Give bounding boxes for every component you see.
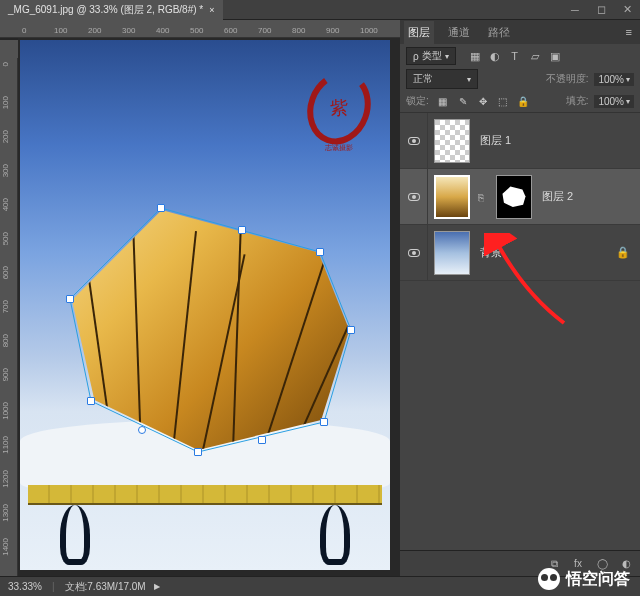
layer-mask-thumbnail[interactable]	[496, 175, 532, 219]
layer-name[interactable]: 图层 1	[476, 133, 640, 148]
ruler-tick: 500	[1, 232, 10, 245]
close-button[interactable]: ✕	[614, 0, 640, 20]
layer-thumbnail[interactable]	[434, 119, 470, 163]
layer-name[interactable]: 背景	[476, 245, 616, 260]
canvas-viewport[interactable]: 紫志诚摄影	[18, 38, 400, 576]
layers-panel: 图层 通道 路径 ≡ ρ类型▾ ▦ ◐ T ▱ ▣ 正常 ▾ 不透明度:	[400, 20, 640, 576]
status-arrow-icon[interactable]: ▶	[154, 582, 160, 591]
filter-kind-label: 类型	[422, 49, 442, 63]
mask-link-icon[interactable]: ⎘	[478, 192, 488, 202]
layer-row[interactable]: 图层 1	[400, 113, 640, 169]
main-area: 0 100 200 300 400 500 600 700 800 900 10…	[0, 20, 640, 576]
blend-mode-value: 正常	[413, 72, 433, 86]
eye-icon	[408, 137, 420, 145]
opacity-label: 不透明度:	[546, 72, 589, 86]
ruler-tick: 1000	[360, 26, 378, 35]
ruler-tick: 800	[292, 26, 305, 35]
watermark-stamp: 紫志诚摄影	[303, 68, 375, 154]
tab-paths[interactable]: 路径	[484, 21, 514, 44]
ruler-tick: 200	[1, 130, 10, 143]
ruler-tick: 600	[224, 26, 237, 35]
ruler-tick: 700	[1, 300, 10, 313]
ruler-tick: 900	[326, 26, 339, 35]
ruler-tick: 1100	[1, 436, 10, 454]
maximize-button[interactable]: ◻	[588, 0, 614, 20]
wukong-watermark: 悟空问答	[538, 568, 630, 590]
ruler-horizontal[interactable]: 0 100 200 300 400 500 600 700 800 900 10…	[0, 20, 400, 38]
zoom-level[interactable]: 33.33%	[8, 581, 42, 592]
blend-row: 正常 ▾ 不透明度: 100% ▾	[400, 68, 640, 90]
opacity-input[interactable]: 100% ▾	[594, 73, 634, 86]
ruler-tick: 1300	[1, 504, 10, 522]
canvas[interactable]: 紫志诚摄影	[20, 40, 390, 570]
ruler-tick: 1400	[1, 538, 10, 556]
ruler-tick: 100	[1, 96, 10, 109]
fill-value: 100%	[598, 96, 624, 107]
svg-text:紫: 紫	[330, 98, 348, 118]
eye-icon	[408, 193, 420, 201]
window-controls: ─ ◻ ✕	[562, 0, 640, 20]
ruler-tick: 0	[22, 26, 26, 35]
document-tab[interactable]: _MG_6091.jpg @ 33.3% (图层 2, RGB/8#) * ×	[0, 0, 223, 20]
layer-filter-row: ρ类型▾ ▦ ◐ T ▱ ▣	[400, 44, 640, 68]
document-size: 文档:7.63M/17.0M	[65, 580, 146, 594]
close-tab-icon[interactable]: ×	[209, 5, 214, 15]
ruler-tick: 900	[1, 368, 10, 381]
lock-row: 锁定: ▦ ✎ ✥ ⬚ 🔒 填充: 100% ▾	[400, 90, 640, 112]
tab-bar: _MG_6091.jpg @ 33.3% (图层 2, RGB/8#) * × …	[0, 0, 640, 20]
document-tab-title: _MG_6091.jpg @ 33.3% (图层 2, RGB/8#) *	[8, 3, 203, 17]
ruler-tick: 300	[1, 164, 10, 177]
minimize-button[interactable]: ─	[562, 0, 588, 20]
wukong-text: 悟空问答	[566, 569, 630, 590]
ruler-tick: 700	[258, 26, 271, 35]
ruler-tick: 300	[122, 26, 135, 35]
fill-label: 填充:	[566, 94, 589, 108]
ruler-tick: 400	[1, 198, 10, 211]
svg-text:志诚摄影: 志诚摄影	[325, 144, 353, 151]
ruler-tick: 400	[156, 26, 169, 35]
ruler-vertical[interactable]: 0 100 200 300 400 500 600 700 800 900 10…	[0, 58, 18, 576]
lock-icon: 🔒	[616, 246, 630, 259]
ruler-tick: 200	[88, 26, 101, 35]
filter-type-icon[interactable]: T	[506, 47, 524, 65]
layer-row[interactable]: 背景 🔒	[400, 225, 640, 281]
lock-transparent-icon[interactable]: ▦	[435, 93, 451, 109]
ruler-tick: 800	[1, 334, 10, 347]
ruler-tick: 1200	[1, 470, 10, 488]
tab-channels[interactable]: 通道	[444, 21, 474, 44]
tab-layers[interactable]: 图层	[404, 21, 434, 44]
panel-menu-icon[interactable]: ≡	[622, 26, 636, 38]
filter-adjust-icon[interactable]: ◐	[486, 47, 504, 65]
visibility-toggle[interactable]	[400, 169, 428, 224]
ruler-tick: 1000	[1, 402, 10, 420]
lock-all-icon[interactable]: 🔒	[515, 93, 531, 109]
masked-layer-content[interactable]	[72, 200, 352, 450]
lock-pixels-icon[interactable]: ✎	[455, 93, 471, 109]
ruler-tick: 0	[1, 62, 10, 66]
blend-mode-select[interactable]: 正常 ▾	[406, 69, 478, 89]
panel-tabs: 图层 通道 路径 ≡	[400, 20, 640, 44]
layer-thumbnail[interactable]	[434, 231, 470, 275]
ruler-origin[interactable]	[0, 40, 18, 58]
ruler-tick: 500	[190, 26, 203, 35]
filter-smart-icon[interactable]: ▣	[546, 47, 564, 65]
visibility-toggle[interactable]	[400, 113, 428, 168]
filter-kind-select[interactable]: ρ类型▾	[406, 47, 456, 65]
layers-list: 图层 1 ⎘ 图层 2 背景 🔒	[400, 112, 640, 550]
opacity-value: 100%	[598, 74, 624, 85]
fill-input[interactable]: 100% ▾	[594, 95, 634, 108]
ruler-tick: 100	[54, 26, 67, 35]
filter-shape-icon[interactable]: ▱	[526, 47, 544, 65]
lock-artboard-icon[interactable]: ⬚	[495, 93, 511, 109]
canvas-area: 0 100 200 300 400 500 600 700 800 900 10…	[0, 20, 400, 576]
layer-thumbnail[interactable]	[434, 175, 470, 219]
layer-name[interactable]: 图层 2	[538, 189, 640, 204]
layer-row[interactable]: ⎘ 图层 2	[400, 169, 640, 225]
filter-pixel-icon[interactable]: ▦	[466, 47, 484, 65]
lock-position-icon[interactable]: ✥	[475, 93, 491, 109]
ruler-tick: 600	[1, 266, 10, 279]
lock-label: 锁定:	[406, 94, 429, 108]
visibility-toggle[interactable]	[400, 225, 428, 280]
eye-icon	[408, 249, 420, 257]
wukong-logo-icon	[538, 568, 560, 590]
